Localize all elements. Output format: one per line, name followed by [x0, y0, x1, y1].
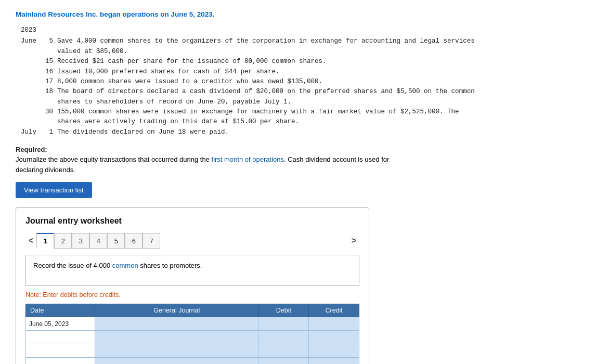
tab-3[interactable]: 3 [72, 233, 89, 249]
debit-cell-2[interactable] [258, 331, 309, 344]
list-item-continuation: shares to shareholders of record on June… [21, 97, 580, 107]
list-item: 18The board of directors declared a cash… [21, 87, 580, 97]
intro-title-plain: Mainland Resources Inc. began operations… [16, 10, 171, 18]
journal-input-1[interactable] [95, 317, 258, 331]
list-item: July1The dividends declared on June 18 w… [21, 127, 580, 137]
required-text-part2: . Cash dividend account is used for [284, 155, 389, 163]
intro-title-suffix: . [213, 10, 215, 18]
table-row [26, 331, 359, 344]
tab-prev-button[interactable]: < [25, 234, 36, 248]
credit-cell-3[interactable] [309, 344, 359, 358]
tab-4[interactable]: 4 [89, 233, 107, 249]
date-cell-2 [26, 331, 95, 344]
date-cell-3 [26, 344, 95, 358]
required-highlight1: first month of operations [212, 155, 284, 163]
credit-cell-1[interactable] [309, 317, 359, 331]
list-item: 15Received $21 cash per share for the is… [21, 57, 580, 67]
instruction-text-part2: shares to promoters. [138, 262, 202, 269]
col-header-credit: Credit [309, 304, 359, 317]
note-text: Note: Enter debits before credits. [25, 291, 359, 298]
date-cell-1: June 05, 2023 [26, 317, 95, 331]
tab-1[interactable]: 1 [36, 233, 54, 249]
required-section: Required: Journalize the above equity tr… [16, 146, 580, 175]
list-item-continuation: valued at $85,000. [21, 47, 580, 57]
table-row [26, 344, 359, 358]
transaction-list: 2023 June5Gave 4,000 common shares to th… [16, 25, 580, 137]
list-item: June5Gave 4,000 common shares to the org… [21, 36, 580, 46]
col-header-journal: General Journal [95, 304, 258, 317]
required-label: Required: [16, 146, 580, 153]
list-item-continuation: shares were actively trading on this dat… [21, 117, 580, 127]
journal-input-3[interactable] [95, 344, 258, 358]
required-text-part1: Journalize the above equity transactions… [16, 155, 212, 163]
tabs-row: < 1 2 3 4 5 6 7 > [25, 233, 359, 249]
list-item: 178,000 common shares were issued to a c… [21, 77, 580, 87]
instruction-highlight1: common [112, 262, 138, 269]
debit-cell-1[interactable] [258, 317, 309, 331]
worksheet-container: Journal entry worksheet < 1 2 3 4 5 6 7 … [16, 207, 369, 364]
date-cell-4 [26, 358, 95, 364]
journal-input-2[interactable] [95, 331, 258, 344]
tab-next-button[interactable]: > [348, 234, 359, 248]
debit-cell-3[interactable] [258, 344, 309, 358]
table-row: June 05, 2023 [26, 317, 359, 331]
instruction-box: Record the issue of 4,000 common shares … [25, 255, 359, 286]
worksheet-title: Journal entry worksheet [25, 216, 359, 226]
list-item: 30155,000 common shares were issued in e… [21, 107, 580, 117]
tab-5[interactable]: 5 [107, 233, 125, 249]
required-text-part3: declaring dividends. [16, 166, 75, 174]
tab-2[interactable]: 2 [54, 233, 72, 249]
journal-input-4[interactable] [95, 358, 258, 364]
list-item: 16Issued 10,000 preferred shares for cas… [21, 67, 580, 77]
instruction-text-part1: Record the issue of 4,000 [33, 262, 112, 269]
year-label: 2023 [21, 25, 580, 35]
debit-cell-4[interactable] [258, 358, 309, 364]
col-header-debit: Debit [258, 304, 309, 317]
credit-cell-2[interactable] [309, 331, 359, 344]
journal-table: Date General Journal Debit Credit June 0… [25, 304, 359, 364]
intro-title: Mainland Resources Inc. began operations… [16, 10, 580, 18]
table-row [26, 358, 359, 364]
credit-cell-4[interactable] [309, 358, 359, 364]
view-transaction-list-button[interactable]: View transaction list [16, 182, 92, 198]
col-header-date: Date [26, 304, 95, 317]
tab-6[interactable]: 6 [125, 233, 142, 249]
intro-title-date: June 5, 2023 [171, 10, 213, 18]
tab-7[interactable]: 7 [142, 233, 160, 249]
required-text: Journalize the above equity transactions… [16, 154, 580, 175]
